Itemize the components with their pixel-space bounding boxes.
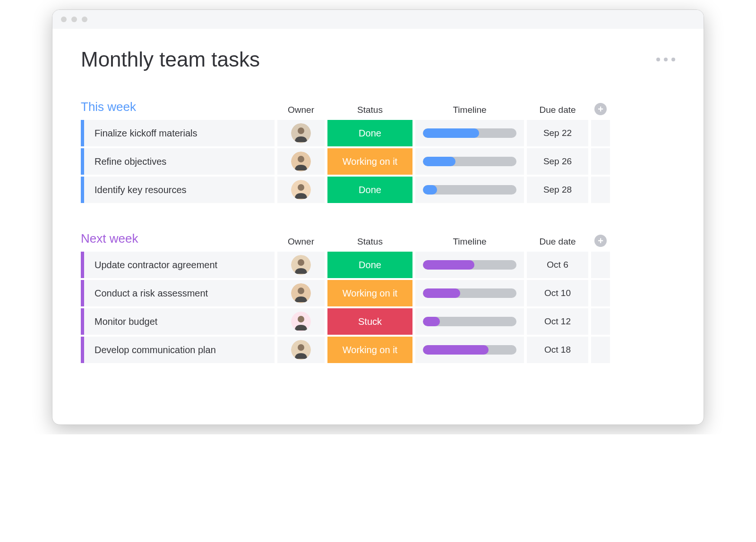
timeline-fill [423,128,479,138]
group-header-row: This weekOwnerStatusTimelineDue date+ [81,100,675,115]
extra-cell[interactable] [591,280,610,306]
timeline-fill [423,185,437,195]
timeline-track [423,317,516,326]
timeline-fill [423,345,489,355]
owner-cell[interactable] [277,337,325,363]
owner-cell[interactable] [277,120,325,146]
more-options-icon [656,58,660,61]
owner-cell[interactable] [277,148,325,175]
task-name-cell[interactable]: Refine objectives [81,148,275,175]
status-cell[interactable]: Working on it [327,337,412,363]
task-name-cell[interactable]: Monitor budget [81,308,275,335]
avatar[interactable] [291,123,311,143]
extra-cell[interactable] [591,337,610,363]
task-row[interactable]: Finalize kickoff materials DoneSep 22 [81,120,675,146]
extra-cell[interactable] [591,148,610,175]
task-row[interactable]: Refine objectives Working on itSep 26 [81,148,675,175]
svg-point-13 [298,344,304,351]
timeline-fill [423,260,474,270]
owner-cell[interactable] [277,308,325,335]
window-maximize-dot[interactable] [82,17,87,22]
task-row[interactable]: Identify key resources DoneSep 28 [81,177,675,203]
column-header-owner[interactable]: Owner [277,237,325,247]
svg-point-7 [298,259,304,266]
timeline-fill [423,317,440,326]
status-cell[interactable]: Done [327,252,412,278]
add-column-button[interactable]: + [594,235,607,247]
group-title[interactable]: This week [81,100,275,115]
owner-cell[interactable] [277,280,325,306]
timeline-cell[interactable] [415,252,524,278]
timeline-cell[interactable] [415,120,524,146]
timeline-cell[interactable] [415,337,524,363]
timeline-track [423,288,516,298]
status-cell[interactable]: Done [327,120,412,146]
avatar[interactable] [291,152,311,171]
page-title: Monthly team tasks [81,48,260,71]
status-cell[interactable]: Done [327,177,412,203]
timeline-cell[interactable] [415,177,524,203]
svg-point-3 [298,156,304,162]
timeline-track [423,345,516,355]
svg-point-1 [298,127,304,134]
avatar[interactable] [291,255,311,275]
task-name-cell[interactable]: Identify key resources [81,177,275,203]
more-options-icon [671,58,675,61]
status-cell[interactable]: Stuck [327,308,412,335]
column-header-due[interactable]: Due date [527,237,588,247]
svg-point-11 [298,316,304,322]
due-date-cell[interactable]: Sep 28 [527,177,588,203]
task-name-cell[interactable]: Update contractor agreement [81,252,275,278]
task-row[interactable]: Monitor budget StuckOct 12 [81,308,675,335]
column-header-due[interactable]: Due date [527,105,588,115]
svg-point-5 [298,184,304,191]
timeline-cell[interactable] [415,148,524,175]
task-row[interactable]: Develop communication plan Working on it… [81,337,675,363]
timeline-cell[interactable] [415,280,524,306]
plus-icon: + [598,236,603,246]
timeline-track [423,128,516,138]
timeline-track [423,185,516,195]
due-date-cell[interactable]: Oct 18 [527,337,588,363]
group-title[interactable]: Next week [81,231,275,247]
add-column-button[interactable]: + [594,103,607,115]
column-header-owner[interactable]: Owner [277,105,325,115]
board-content: Monthly team tasks This weekOwnerStatusT… [52,29,704,424]
extra-cell[interactable] [591,252,610,278]
avatar[interactable] [291,180,311,200]
due-date-cell[interactable]: Sep 26 [527,148,588,175]
due-date-cell[interactable]: Oct 10 [527,280,588,306]
window-minimize-dot[interactable] [71,17,77,22]
timeline-track [423,157,516,166]
avatar[interactable] [291,340,311,360]
task-group: Next weekOwnerStatusTimelineDue date+Upd… [81,231,675,363]
due-date-cell[interactable]: Oct 12 [527,308,588,335]
timeline-fill [423,288,460,298]
column-header-status[interactable]: Status [327,105,412,115]
due-date-cell[interactable]: Sep 22 [527,120,588,146]
avatar[interactable] [291,312,311,331]
status-cell[interactable]: Working on it [327,280,412,306]
extra-cell[interactable] [591,120,610,146]
task-name-cell[interactable]: Develop communication plan [81,337,275,363]
status-cell[interactable]: Working on it [327,148,412,175]
task-row[interactable]: Update contractor agreement DoneOct 6 [81,252,675,278]
task-name-cell[interactable]: Conduct a risk assessment [81,280,275,306]
column-header-timeline[interactable]: Timeline [415,237,524,247]
window-close-dot[interactable] [61,17,67,22]
column-header-status[interactable]: Status [327,237,412,247]
app-window: Monthly team tasks This weekOwnerStatusT… [52,9,704,425]
due-date-cell[interactable]: Oct 6 [527,252,588,278]
task-group: This weekOwnerStatusTimelineDue date+Fin… [81,100,675,203]
owner-cell[interactable] [277,177,325,203]
more-options-button[interactable] [656,58,675,61]
owner-cell[interactable] [277,252,325,278]
extra-cell[interactable] [591,308,610,335]
column-header-timeline[interactable]: Timeline [415,105,524,115]
timeline-cell[interactable] [415,308,524,335]
task-row[interactable]: Conduct a risk assessment Working on itO… [81,280,675,306]
task-name-cell[interactable]: Finalize kickoff materials [81,120,275,146]
avatar[interactable] [291,283,311,303]
extra-cell[interactable] [591,177,610,203]
svg-point-9 [298,288,304,294]
